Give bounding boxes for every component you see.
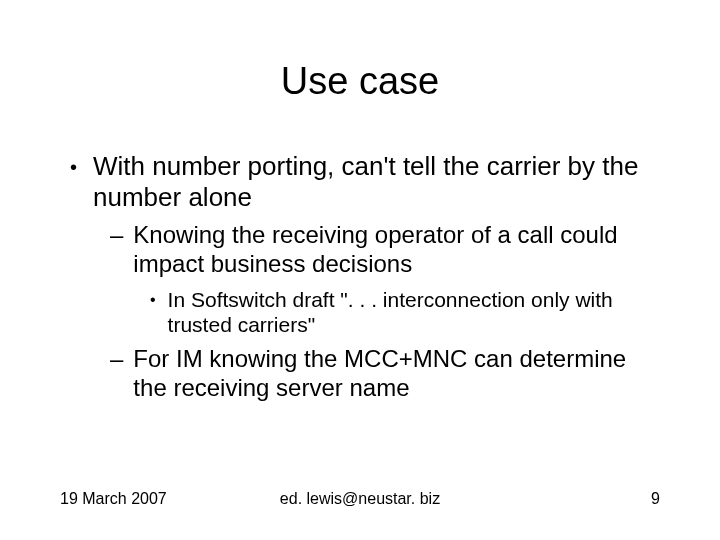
bullet-marker: • (70, 151, 77, 213)
bullet-level-3: • In Softswitch draft ". . . interconnec… (60, 287, 660, 337)
bullet-level-1: • With number porting, can't tell the ca… (60, 151, 660, 213)
dash-marker: – (110, 345, 123, 403)
bullet-level-2: – Knowing the receiving operator of a ca… (60, 221, 660, 279)
bullet-text: For IM knowing the MCC+MNC can determine… (133, 345, 660, 403)
slide: Use case • With number porting, can't te… (0, 0, 720, 540)
footer-email: ed. lewis@neustar. biz (280, 490, 440, 508)
dash-marker: – (110, 221, 123, 279)
bullet-marker: • (150, 287, 156, 337)
bullet-text: In Softswitch draft ". . . interconnecti… (168, 287, 660, 337)
footer-page-number: 9 (651, 490, 660, 508)
bullet-level-2: – For IM knowing the MCC+MNC can determi… (60, 345, 660, 403)
footer-date: 19 March 2007 (60, 490, 167, 508)
bullet-text: With number porting, can't tell the carr… (93, 151, 660, 213)
bullet-text: Knowing the receiving operator of a call… (133, 221, 660, 279)
slide-content: • With number porting, can't tell the ca… (60, 151, 660, 403)
slide-footer: 19 March 2007 ed. lewis@neustar. biz 9 (60, 490, 660, 508)
slide-title: Use case (60, 60, 660, 103)
